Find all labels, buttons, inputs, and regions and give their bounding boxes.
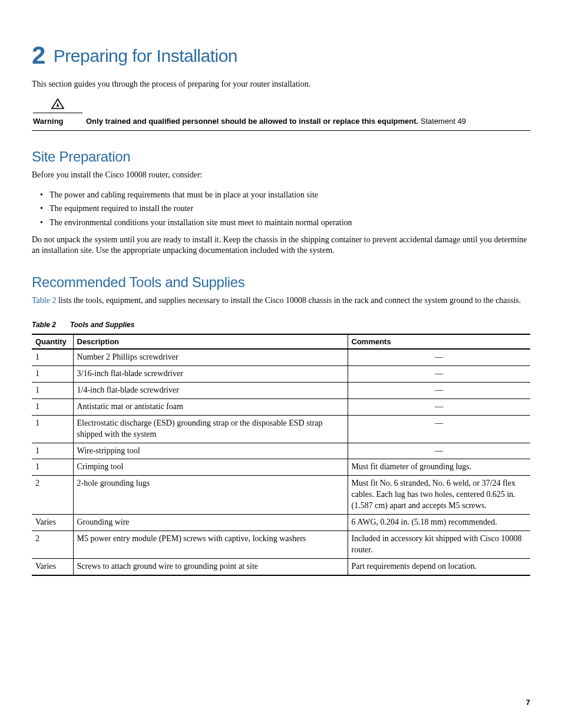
table-row: 1Electrostatic discharge (ESD) grounding… [32, 415, 530, 443]
table-caption-number: Table 2 [32, 321, 56, 329]
chapter-number: 2 [32, 41, 45, 69]
chapter-heading: 2Preparing for Installation [32, 41, 530, 70]
site-prep-lead: Before you install the Cisco 10008 route… [32, 170, 530, 181]
cell-description: 2-hole grounding lugs [73, 476, 348, 515]
cell-quantity: 1 [32, 398, 73, 415]
table-row: 2M5 power entry module (PEM) screws with… [32, 531, 530, 558]
cell-quantity: 2 [32, 476, 73, 515]
table-row: 1Wire-stripping tool— [32, 443, 530, 459]
cell-description: 1/4-inch flat-blade screwdriver [73, 383, 348, 399]
cell-comments: — [348, 383, 530, 399]
table-row: 1Crimping toolMust fit diameter of groun… [32, 459, 530, 476]
table-caption: Table 2Tools and Supplies [32, 321, 530, 329]
cell-description: 3/16-inch flat-blade screwdriver [73, 366, 348, 383]
table-2-xref[interactable]: Table 2 [32, 296, 56, 305]
cell-quantity: 1 [32, 443, 73, 459]
table-row: VariesScrews to attach ground wire to gr… [32, 558, 530, 575]
cell-description: Wire-stripping tool [73, 443, 348, 459]
cell-quantity: 1 [32, 383, 73, 399]
intro-paragraph: This section guides you through the proc… [32, 79, 530, 90]
cell-quantity: 2 [32, 531, 73, 558]
recommended-tools-heading: Recommended Tools and Supplies [32, 274, 530, 291]
site-prep-bullets: The power and cabling requirements that … [49, 189, 530, 229]
cell-quantity: 1 [32, 349, 73, 365]
cell-quantity: Varies [32, 515, 73, 531]
cell-description: Electrostatic discharge (ESD) grounding … [73, 415, 348, 443]
cell-comments: — [348, 398, 530, 415]
chapter-title: Preparing for Installation [54, 46, 237, 65]
warning-block: Warning Only trained and qualified perso… [32, 98, 530, 131]
warning-icon-underline [33, 98, 82, 113]
cell-comments: — [348, 366, 530, 383]
cell-description: Screws to attach ground wire to groundin… [73, 558, 348, 575]
cell-quantity: 1 [32, 459, 73, 476]
cell-quantity: 1 [32, 366, 73, 383]
page-number: 7 [526, 698, 530, 707]
warning-bold: Only trained and qualified personnel sho… [86, 117, 418, 126]
table-header-row: Quantity Description Comments [32, 334, 530, 349]
list-item: The power and cabling requirements that … [49, 189, 530, 201]
cell-comments: Part requirements depend on location. [348, 558, 530, 575]
site-preparation-heading: Site Preparation [32, 149, 530, 165]
cell-comments: Must fit diameter of grounding lugs. [348, 459, 530, 476]
table-row: 11/4-inch flat-blade screwdriver— [32, 383, 530, 399]
warning-triangle-icon [51, 98, 64, 109]
cell-comments: — [348, 443, 530, 459]
cell-description: Number 2 Phillips screwdriver [73, 349, 348, 365]
cell-quantity: 1 [32, 415, 73, 443]
table-row: VariesGrounding wire6 AWG, 0.204 in. (5.… [32, 515, 530, 531]
list-item: The equipment required to install the ro… [49, 203, 530, 215]
cell-comments: 6 AWG, 0.204 in. (5.18 mm) recommended. [348, 515, 530, 531]
table-row: 13/16-inch flat-blade screwdriver— [32, 366, 530, 383]
col-description: Description [73, 334, 348, 349]
cell-comments: — [348, 415, 530, 443]
table-row: 1Number 2 Phillips screwdriver— [32, 349, 530, 365]
warning-text: Only trained and qualified personnel sho… [86, 117, 530, 126]
cell-description: Grounding wire [73, 515, 348, 531]
col-quantity: Quantity [32, 334, 73, 349]
cell-quantity: Varies [32, 558, 73, 575]
warning-trail: Statement 49 [418, 117, 466, 126]
cell-comments: Must fit No. 6 stranded, No. 6 weld, or … [348, 476, 530, 515]
warning-label: Warning [32, 117, 86, 126]
svg-marker-1 [57, 103, 59, 107]
recommended-lead: Table 2 lists the tools, equipment, and … [32, 295, 530, 307]
cell-description: Antistatic mat or antistatic foam [73, 398, 348, 415]
cell-comments: — [348, 349, 530, 365]
table-row: 1Antistatic mat or antistatic foam— [32, 398, 530, 415]
list-item: The environmental conditions your instal… [49, 217, 530, 229]
cell-description: M5 power entry module (PEM) screws with … [73, 531, 348, 558]
site-prep-tail: Do not unpack the system until you are r… [32, 235, 530, 257]
recommended-lead-rest: lists the tools, equipment, and supplies… [56, 296, 521, 305]
cell-description: Crimping tool [73, 459, 348, 476]
table-row: 22-hole grounding lugsMust fit No. 6 str… [32, 476, 530, 515]
col-comments: Comments [348, 334, 530, 349]
tools-table: Quantity Description Comments 1Number 2 … [32, 334, 530, 575]
table-caption-title: Tools and Supplies [70, 321, 135, 329]
cell-comments: Included in accessory kit shipped with C… [348, 531, 530, 558]
